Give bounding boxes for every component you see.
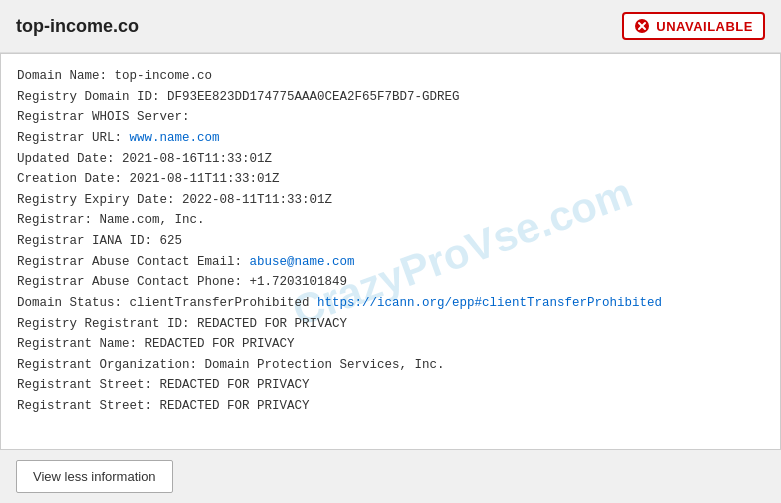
status-badge: UNAVAILABLE	[622, 12, 765, 40]
main-container: top-income.co UNAVAILABLE CrazyProVse.co…	[0, 0, 781, 503]
view-less-button[interactable]: View less information	[16, 460, 173, 493]
whois-panel: CrazyProVse.com Domain Name: top-income.…	[0, 53, 781, 450]
status-text: UNAVAILABLE	[656, 19, 753, 34]
domain-title: top-income.co	[16, 16, 139, 37]
whois-scroll-area[interactable]: CrazyProVse.com Domain Name: top-income.…	[1, 54, 780, 449]
whois-content: Domain Name: top-income.co Registry Doma…	[17, 66, 764, 417]
unavailable-icon	[634, 18, 650, 34]
footer: View less information	[0, 450, 781, 503]
header: top-income.co UNAVAILABLE	[0, 0, 781, 53]
